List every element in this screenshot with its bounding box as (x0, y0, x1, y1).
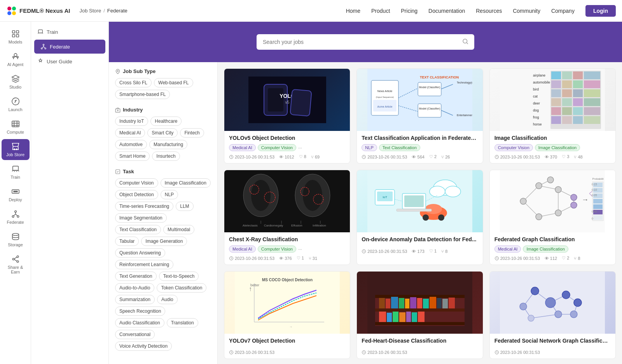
sidebar-item-share-earn[interactable]: Share & Earn (2, 252, 30, 277)
job-card-social[interactable]: Federated Social Network Graph Classific… (489, 271, 616, 359)
sidebar-item-train-label: Train (10, 175, 20, 179)
filter-tag-summarization[interactable]: Summarization (115, 295, 155, 304)
hero-section (109, 22, 622, 62)
job-card-image-class[interactable]: airplane automobile bird cat deer dog fr… (489, 68, 616, 164)
filter-tag-audio-audio[interactable]: Audio-to-Audio (115, 283, 154, 293)
second-sidebar-user-guide[interactable]: User Guide (31, 54, 108, 68)
filter-tag-text-class[interactable]: Text Classification (115, 225, 161, 234)
sidebar-item-storage-label: Storage (8, 242, 23, 247)
sidebar-item-studio[interactable]: Studio (2, 71, 30, 92)
filter-tag-smart-city[interactable]: Smart City (147, 128, 178, 138)
nav-community[interactable]: Community (513, 8, 540, 14)
second-sidebar-train[interactable]: Train (31, 25, 108, 39)
nav-product[interactable]: Product (371, 8, 390, 14)
sidebar-item-ai-agent[interactable]: AI Agent (2, 49, 30, 70)
filter-tag-smartphone[interactable]: Smartphone-based FL (115, 90, 170, 99)
filter-tag-automotive[interactable]: Automotive (115, 140, 147, 149)
sidebar-item-models[interactable]: Models (2, 26, 30, 47)
svg-point-9 (12, 56, 14, 58)
filter-tag-healthcare[interactable]: Healthcare (150, 117, 182, 126)
sidebar-item-deploy[interactable]: Deploy (2, 184, 30, 205)
job-card-yolov7[interactable]: MS COCO Object Detection better ↑ → (224, 271, 350, 359)
nav-documentation[interactable]: Documentation (428, 8, 465, 14)
filter-tag-audio[interactable]: Audio (157, 295, 178, 304)
svg-text:deer: deer (533, 101, 540, 105)
login-button[interactable]: Login (585, 5, 616, 17)
job-card-social-title: Federated Social Network Graph Classific… (494, 338, 611, 344)
filter-tag-img-class[interactable]: Image Classification (161, 178, 211, 188)
job-card-heart-body: Fed-Heart-Disease Classification 2023-10… (357, 334, 482, 359)
filter-tag-smart-home[interactable]: Smart Home (115, 152, 150, 161)
svg-rect-83 (573, 107, 583, 115)
filter-tag-iot[interactable]: Industry IoT (115, 117, 148, 126)
filter-tag-rl[interactable]: Reinforcement Learning (115, 260, 173, 269)
job-card-heart[interactable]: Fed-Heart-Disease Classification 2023-10… (356, 271, 483, 359)
job-card-chest-xray[interactable]: Atelectasis Cardiomegaly Effusion Infilt… (224, 170, 350, 265)
nav-pricing[interactable]: Pricing (401, 8, 418, 14)
filter-sidebar: Job Sub Type Cross Silo FL Web-based FL … (109, 62, 218, 364)
main-content: Job Sub Type Cross Silo FL Web-based FL … (109, 22, 622, 364)
filter-tag-translation[interactable]: Translation (167, 318, 198, 327)
filter-tag-tts[interactable]: Text-to-Speech (159, 272, 199, 281)
svg-rect-72 (584, 80, 600, 88)
search-input[interactable] (257, 34, 474, 50)
job-card-yolov5[interactable]: YOLO v5 YOLOv5 Object Detection Medical … (224, 68, 350, 164)
filter-tag-vad[interactable]: Voice Activity Detection (115, 341, 172, 351)
sidebar-item-compute[interactable]: Compute (2, 117, 30, 138)
svg-text:Atelectasis: Atelectasis (243, 224, 258, 227)
filter-tag-insurtech[interactable]: Insurtech (152, 152, 180, 161)
job-card-anomaly[interactable]: IoT (356, 170, 483, 265)
nav-home[interactable]: Home (346, 8, 360, 14)
job-card-fed-graph[interactable]: → (489, 170, 616, 265)
svg-text:↑: ↑ (249, 286, 252, 292)
job-card-text-class-body: Text Classification Application in Feder… (357, 131, 482, 163)
filter-tag-multimodal[interactable]: Multimodal (163, 225, 194, 234)
breadcrumb-separator: / (103, 8, 105, 14)
svg-text:MS COCO Object Detection: MS COCO Object Detection (262, 278, 313, 282)
sidebar-item-job-store[interactable]: Job Store (2, 139, 30, 160)
filter-tag-medical-ai[interactable]: Medical AI (115, 128, 145, 138)
sidebar-item-share-earn-label: Share & Earn (4, 265, 27, 274)
nav-resources[interactable]: Resources (476, 8, 502, 14)
filter-tag-token-class[interactable]: Token Classification (157, 283, 206, 293)
filter-tag-audio-class[interactable]: Audio Classification (115, 318, 164, 327)
svg-point-3 (12, 11, 16, 15)
job-card-fed-graph-meta: 2023-10-26 00:31:53 👁 112 ♡ 2 ⑂ 8 (494, 256, 611, 261)
filter-tag-timeseries[interactable]: Time-series Forecasting (115, 202, 173, 211)
job-date: 2023-10-26 00:31:53 (494, 350, 540, 355)
filter-tag-text-gen[interactable]: Text Generation (115, 272, 157, 281)
filter-tag-img-seg[interactable]: Image Segmentation (115, 213, 167, 223)
job-date: 2023-10-26 00:31:53 (494, 155, 540, 159)
nav-company[interactable]: Company (551, 8, 575, 14)
second-sidebar-federate[interactable]: Federate (34, 40, 105, 54)
job-card-text-class[interactable]: News Article (Input Sequence) Acme Artic… (356, 68, 483, 164)
svg-point-18 (14, 211, 16, 212)
filter-tag-web-based[interactable]: Web-based FL (154, 78, 193, 87)
sidebar-item-storage[interactable]: Storage (2, 229, 30, 250)
svg-text:0.80: 0.80 (592, 210, 597, 213)
filter-tag-cv[interactable]: Computer Vision (115, 178, 158, 188)
filter-tag-cross-silo[interactable]: Cross Silo FL (115, 78, 152, 87)
breadcrumb-store[interactable]: Job Store (80, 8, 101, 14)
filter-tag-nlp[interactable]: NLP (161, 190, 178, 199)
logo[interactable]: FEDML® Nexus AI (6, 5, 70, 16)
job-likes: ♡ 1 (297, 256, 304, 261)
filter-tag-manufacturing[interactable]: Manufacturing (149, 140, 187, 149)
filter-tag-fintech[interactable]: Fintech (180, 128, 204, 138)
svg-rect-155 (593, 215, 603, 220)
job-card-yolov7-body: YOLOv7 Object Detection 2023-10-26 00:31… (224, 334, 350, 359)
sidebar-item-launch[interactable]: Launch (2, 94, 30, 115)
filter-tag-obj-det[interactable]: Object Detection (115, 190, 158, 199)
sidebar-item-train[interactable]: Train (2, 162, 30, 183)
filter-tag-tabular[interactable]: Tabular (115, 237, 139, 246)
svg-rect-4 (12, 31, 14, 33)
svg-text:TEXT CLASSIFICATION: TEXT CLASSIFICATION (420, 75, 459, 79)
sidebar-item-federate[interactable]: Federate (2, 207, 30, 228)
filter-tag-qa[interactable]: Question Answering (115, 248, 165, 258)
filter-tag-llm[interactable]: LLM (176, 202, 193, 211)
filter-tag-speech-rec[interactable]: Speech Recognition (115, 307, 165, 316)
job-card-anomaly-body: On-device Anomaly Data Detection for Fed… (357, 232, 482, 258)
svg-rect-87 (573, 116, 583, 124)
filter-tag-img-gen[interactable]: Image Generation (141, 237, 187, 246)
filter-tag-conversational[interactable]: Conversational (115, 330, 155, 339)
